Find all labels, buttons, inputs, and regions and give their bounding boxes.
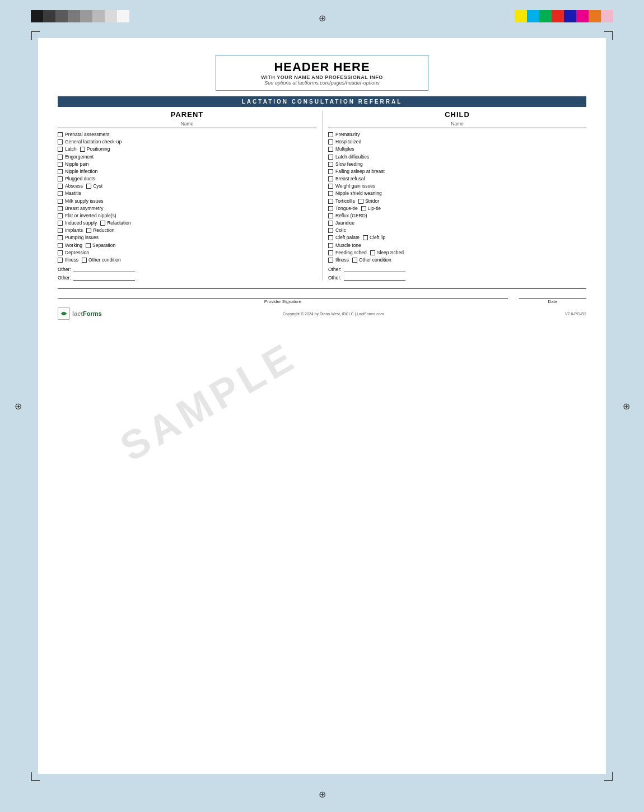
- list-item: Mastitis: [58, 190, 316, 197]
- columns: PARENT Name Prenatal assessment General …: [58, 110, 586, 281]
- checkbox-stridor[interactable]: [358, 199, 363, 204]
- logo-prefix: lact: [72, 310, 83, 317]
- item-label: Breast refusal: [335, 175, 365, 183]
- document: SAMPLE HEADER HERE WITH YOUR NAME AND PR…: [38, 38, 606, 774]
- item-label: Slow feeding: [335, 161, 363, 168]
- list-item: Prematurity: [328, 131, 586, 138]
- checkbox-hospitalized[interactable]: [328, 139, 333, 144]
- checkbox-illness-parent[interactable]: [58, 258, 63, 263]
- checkbox-flat-nipple[interactable]: [58, 213, 63, 218]
- header-sub1: WITH YOUR NAME AND PROFESSIONAL INFO: [223, 74, 421, 80]
- header-box: HEADER HERE WITH YOUR NAME AND PROFESSIO…: [216, 55, 428, 91]
- list-item: Breast refusal: [328, 175, 586, 183]
- list-item: Implants Reduction: [58, 227, 316, 234]
- item-label: Depression: [65, 249, 89, 256]
- checkbox-reflux[interactable]: [328, 213, 333, 218]
- child-name-line: Name: [328, 121, 586, 128]
- item-label: Induced supply: [65, 220, 97, 227]
- other2-child-field[interactable]: [344, 274, 405, 281]
- checkbox-cyst[interactable]: [86, 184, 91, 189]
- checkbox-plugged-ducts[interactable]: [58, 176, 63, 181]
- checkbox-breast-refusal[interactable]: [328, 176, 333, 181]
- checkbox-milk-supply[interactable]: [58, 199, 63, 204]
- item-label: Tongue-tie: [335, 205, 358, 212]
- checkbox-torticollis[interactable]: [328, 199, 333, 204]
- item-label-2: Reduction: [93, 227, 114, 234]
- list-item: Pumping issues: [58, 234, 316, 241]
- checkbox-relactation[interactable]: [100, 221, 105, 226]
- other1-parent-field[interactable]: [73, 266, 135, 272]
- checkbox-feeding-sched[interactable]: [328, 250, 333, 255]
- other2-parent-field[interactable]: [73, 274, 135, 281]
- page-container: ⊕ ⊕ ⊕ ⊕ SAMPLE HEADER HERE WITH YOUR NAM…: [0, 0, 644, 812]
- checkbox-working[interactable]: [58, 243, 63, 248]
- child-heading: CHILD: [328, 110, 586, 119]
- header-sub2: See options at lactforms.com/pages/heade…: [223, 80, 421, 86]
- list-item: Prenatal assessment: [58, 131, 316, 138]
- checkbox-cleft-lip[interactable]: [363, 235, 368, 240]
- item-label: Flat or inverted nipple(s): [65, 212, 116, 220]
- item-label: Latch: [65, 146, 77, 153]
- checkbox-prematurity[interactable]: [328, 132, 333, 137]
- checkbox-breast-asymmetry[interactable]: [58, 206, 63, 211]
- checkbox-abscess[interactable]: [58, 184, 63, 189]
- checkbox-colic[interactable]: [328, 228, 333, 233]
- item-label: Reflux (GERD): [335, 212, 367, 220]
- checkbox-pumping[interactable]: [58, 235, 63, 240]
- checkbox-separation[interactable]: [86, 243, 91, 248]
- checkbox-reduction[interactable]: [86, 228, 91, 233]
- list-item: Latch difficulties: [328, 153, 586, 161]
- item-label: Latch difficulties: [335, 153, 369, 161]
- item-label: Prenatal assessment: [65, 131, 109, 138]
- checkbox-muscle-tone[interactable]: [328, 243, 333, 248]
- reg-mark-top: ⊕: [316, 12, 328, 24]
- item-label: Jaundice: [335, 220, 354, 227]
- checkbox-nipple-pain[interactable]: [58, 162, 63, 167]
- checkbox-implants[interactable]: [58, 228, 63, 233]
- item-label: Illness: [65, 256, 78, 264]
- item-label: Nipple shield weaning: [335, 190, 382, 197]
- list-item: Nipple shield weaning: [328, 190, 586, 197]
- checkbox-prenatal[interactable]: [58, 132, 63, 137]
- other1-child-field[interactable]: [344, 266, 405, 272]
- checkbox-multiples[interactable]: [328, 147, 333, 152]
- checkbox-latch-difficulties[interactable]: [328, 155, 333, 160]
- signature-area: Provider Signature: [58, 291, 508, 304]
- item-label: Muscle tone: [335, 242, 361, 249]
- item-label-2: Positioning: [87, 146, 110, 153]
- checkbox-tongue-tie[interactable]: [328, 206, 333, 211]
- checkbox-sleep-sched[interactable]: [370, 250, 375, 255]
- footer-section: Provider Signature Date: [58, 288, 586, 304]
- checkbox-latch[interactable]: [58, 147, 63, 152]
- checkbox-lip-tie[interactable]: [361, 206, 366, 211]
- checkbox-illness-child[interactable]: [328, 258, 333, 263]
- other-label: Other:: [58, 275, 71, 281]
- list-item: Muscle tone: [328, 242, 586, 249]
- item-label: Nipple pain: [65, 161, 89, 168]
- checkbox-weight-gain[interactable]: [328, 184, 333, 189]
- other-line-3: Other:: [328, 266, 586, 272]
- item-label-2: Separation: [92, 242, 115, 249]
- list-item: Flat or inverted nipple(s): [58, 212, 316, 220]
- checkbox-depression[interactable]: [58, 250, 63, 255]
- checkbox-general-lactation[interactable]: [58, 139, 63, 144]
- list-item: Nipple pain: [58, 161, 316, 168]
- list-item: Weight gain issues: [328, 183, 586, 190]
- checkbox-mastitis[interactable]: [58, 191, 63, 196]
- checkbox-engorgement[interactable]: [58, 155, 63, 160]
- checkbox-other-condition-parent[interactable]: [82, 258, 87, 263]
- list-item: Nipple infection: [58, 168, 316, 175]
- checkbox-jaundice[interactable]: [328, 221, 333, 226]
- list-item: Slow feeding: [328, 161, 586, 168]
- checkbox-nipple-shield[interactable]: [328, 191, 333, 196]
- checkbox-slow-feeding[interactable]: [328, 162, 333, 167]
- checkbox-cleft-palate[interactable]: [328, 235, 333, 240]
- date-underline: [519, 291, 586, 299]
- checkbox-induced-supply[interactable]: [58, 221, 63, 226]
- checkbox-falling-asleep[interactable]: [328, 169, 333, 174]
- checkbox-other-condition-child[interactable]: [352, 258, 357, 263]
- checkbox-nipple-infection[interactable]: [58, 169, 63, 174]
- checkbox-positioning[interactable]: [80, 147, 85, 152]
- item-label-2: Cyst: [93, 183, 102, 190]
- item-label: Colic: [335, 227, 346, 234]
